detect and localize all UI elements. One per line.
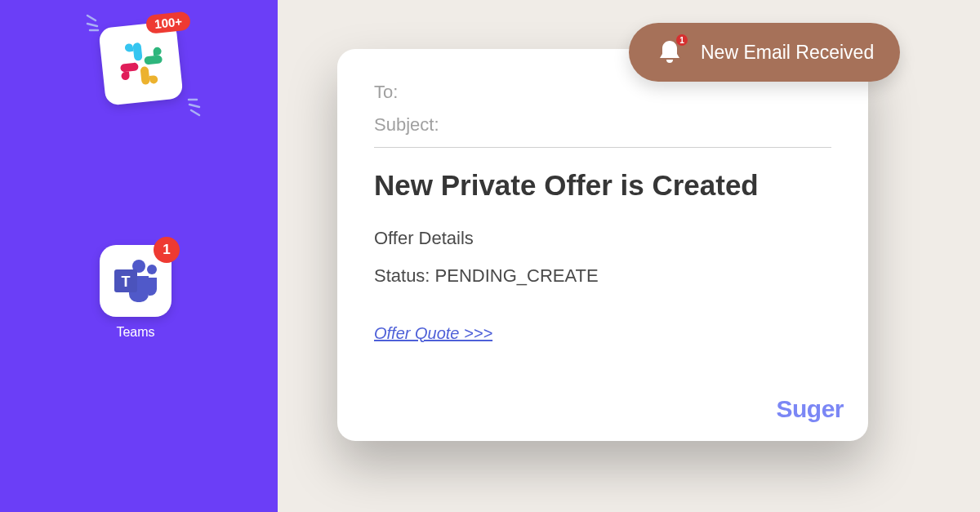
svg-line-8 [189, 105, 199, 107]
svg-line-9 [191, 110, 199, 115]
notification-text: New Email Received [701, 42, 874, 64]
slack-app-icon[interactable]: 100+ [98, 20, 183, 105]
motion-lines-icon [86, 12, 102, 29]
suger-brand-logo: Suger [776, 395, 844, 423]
teams-app-icon[interactable]: T 1 [100, 245, 172, 317]
svg-rect-5 [140, 66, 149, 85]
svg-text:T: T [122, 274, 131, 290]
svg-point-11 [147, 265, 157, 274]
divider [374, 147, 831, 148]
email-title: New Private Offer is Created [374, 167, 831, 203]
subject-label: Subject: [374, 114, 831, 136]
svg-rect-6 [119, 62, 138, 72]
motion-lines-icon [184, 98, 200, 114]
svg-rect-3 [132, 42, 142, 60]
bell-badge: 1 [675, 33, 689, 47]
notification-pill[interactable]: 1 New Email Received [629, 23, 900, 82]
email-status: Status: PENDING_CREATE [374, 265, 831, 287]
slack-logo-icon [114, 37, 168, 91]
teams-label: Teams [100, 325, 172, 340]
to-label: To: [374, 82, 831, 103]
offer-quote-link[interactable]: Offer Quote >>> [374, 324, 492, 343]
email-section: Offer Details [374, 228, 831, 249]
teams-badge: 1 [154, 237, 180, 263]
svg-line-1 [87, 24, 97, 26]
svg-line-0 [87, 16, 96, 20]
svg-rect-4 [144, 55, 163, 65]
email-card: To: Subject: New Private Offer is Create… [337, 49, 868, 441]
teams-logo-icon: T [111, 258, 160, 304]
